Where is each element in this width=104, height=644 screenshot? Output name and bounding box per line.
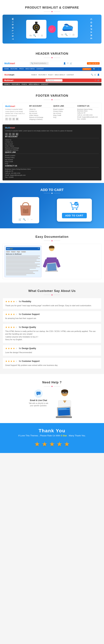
svg-point-21 xyxy=(37,393,38,394)
footer-contact-title-dark: CONTACT US xyxy=(5,165,99,168)
header-bar-3: Multimart 🔍 Search... ♡ 🛒 xyxy=(3,78,101,82)
laptop-screen-content xyxy=(47,263,56,271)
nav2-contact[interactable]: CONTENT xyxy=(67,74,74,76)
wishlist-heart-icon[interactable]: ♡ xyxy=(27,218,29,221)
review-text-4: Love the design! Recommended xyxy=(5,351,99,354)
zoom-icon[interactable]: 🔍 xyxy=(23,218,26,221)
header-logo-1: Multimart xyxy=(4,62,15,65)
subnav-mega[interactable]: MEGA MENU ▾ xyxy=(29,84,39,85)
thankyou-highlight: 5 Star xyxy=(61,434,67,437)
search-icon2[interactable]: 🔍 xyxy=(65,33,68,36)
compare-scale-icon[interactable]: ↔ xyxy=(31,218,33,221)
compare-icon[interactable]: ⚖ xyxy=(41,34,43,37)
twitter-icon[interactable]: t xyxy=(9,118,12,120)
wishlist-inner: W I S H L I S T 12 🛍 🔍 ♡ xyxy=(3,15,101,44)
header-icon-user[interactable]: 👤 xyxy=(63,62,66,64)
header-icon-heart[interactable]: ♡ xyxy=(67,62,69,64)
chat-title: Email & Live Chat xyxy=(30,399,47,402)
star3-2: ★ xyxy=(8,326,10,328)
nav-home[interactable]: HOME xyxy=(4,68,9,70)
search-icon-h2[interactable]: 🔍 xyxy=(91,74,93,76)
subnav-contact[interactable]: CONTACT xyxy=(41,84,48,85)
svg-point-17 xyxy=(72,208,74,210)
nav-content[interactable]: CONTENT xyxy=(36,68,44,70)
help-person xyxy=(54,390,76,420)
nav-search-icon[interactable]: 🔍 xyxy=(93,68,95,70)
nav2-home[interactable]: HOME ▾ xyxy=(31,74,37,76)
star5-3: ★ xyxy=(10,360,13,362)
footer-quicklink-title-dark: QUICK LINK xyxy=(5,151,99,154)
shoe-icon xyxy=(61,22,74,32)
footer-card-dark: Multimart Contrary to popular belief, Lo… xyxy=(3,124,101,180)
subnav-page[interactable]: PAGE ▾ xyxy=(22,84,27,85)
footer-contact-title: CONTACT US xyxy=(77,105,99,108)
doc-screenshot: Multimart 🔍 Home Feature Page Contact We… xyxy=(4,246,41,277)
youtube-icon[interactable]: ▶ xyxy=(16,118,19,120)
wishlist-title: PRODUCT WISHLIST & COMPARE xyxy=(3,2,101,10)
nav-mega[interactable]: MEGA MENU xyxy=(25,68,35,70)
doc-screenshot-header: Multimart 🔍 xyxy=(6,247,40,250)
cart-add-icon[interactable]: 🛒 xyxy=(19,218,21,221)
nav2-feature[interactable]: FEATURE ▾ xyxy=(38,74,46,76)
subnav-feature[interactable]: FEATURE ▾ xyxy=(12,84,20,85)
heart-icon2[interactable]: ♡ xyxy=(69,33,71,36)
bag-icon[interactable]: 🛍 xyxy=(29,34,32,37)
twitter-icon-dark[interactable]: t xyxy=(9,133,11,136)
compare-label: C O M P A R E xyxy=(89,18,93,40)
heart-icon[interactable]: ♡ xyxy=(37,34,39,37)
header-cart-label: Your Cart $0.00 xyxy=(87,62,100,64)
footer-brand-col-dark: Multimart Contrary to popular belief, Lo… xyxy=(5,126,99,136)
star5-2: ★ xyxy=(8,360,10,362)
star2-4: ★ xyxy=(13,313,15,316)
footer-section: FOOTER VARIATION Multimart Contrary to p… xyxy=(0,88,104,183)
thankyou-text-after: . Many Thank You. xyxy=(68,434,86,437)
instagram-icon[interactable]: in xyxy=(12,118,15,120)
subnav-home[interactable]: HOME ▾ xyxy=(4,84,10,85)
nav-user-icon[interactable]: 👤 xyxy=(97,68,100,70)
facebook-icon-dark[interactable]: f xyxy=(5,133,8,136)
svg-point-22 xyxy=(38,393,39,394)
star4-5: ★ xyxy=(15,347,18,350)
search-icon[interactable]: 🔍 xyxy=(33,34,36,37)
instagram-icon-dark[interactable]: in xyxy=(12,133,15,136)
header-search-1[interactable]: 🔍 Search products... xyxy=(30,62,49,65)
star1-4: ★ xyxy=(13,300,15,303)
atc-button-display: ADD TO CART xyxy=(57,198,92,222)
nav2-price[interactable]: PAGE ▾ xyxy=(48,74,53,76)
cart-icon-h2[interactable]: 🛒 xyxy=(94,74,96,76)
footer-fax-dark: Fax: 123456 xyxy=(5,176,99,178)
cart-icon-h3[interactable]: 🛒 xyxy=(97,79,100,82)
review-for-2: for Customer Support xyxy=(19,313,40,316)
nav-feature[interactable]: FEATURE xyxy=(11,68,17,70)
review-for-3: for Design Quality xyxy=(19,326,36,328)
facebook-icon[interactable]: f xyxy=(5,118,8,120)
help-glasses xyxy=(62,392,67,394)
stars-5: ★ ★ ★ ★ ★ xyxy=(5,360,18,362)
footer-logo-dark: Multimart xyxy=(5,126,99,129)
footer-brand-dark: Brand Location xyxy=(5,155,99,156)
review-card-2: ★ ★ ★ ★ ★ for Customer Support Its amazi… xyxy=(3,311,101,322)
footer-phone-dark: Call Us: 123-456-1234 xyxy=(5,172,99,174)
footer-credit-dark: Easy Credit xyxy=(5,161,99,162)
contact-btn[interactable]: CONTACT xyxy=(82,68,91,70)
nav2-mega[interactable]: MEGA MENU ▾ xyxy=(55,74,65,76)
shoe-product-card: 🛍 🔍 ♡ ⚖ xyxy=(58,21,78,38)
review-card-1: ★ ★ ★ ★ ★ for Flexibility Thank you for … xyxy=(3,298,101,309)
header-icon-cart[interactable]: 🛒 xyxy=(70,62,72,64)
review-header-4: ★ ★ ★ ★ ★ for Design Quality xyxy=(5,347,99,350)
review-card-3: ★ ★ ★ ★ ★ for Design Quality This HTML t… xyxy=(3,324,101,343)
doc-screenshot-nav: Home Feature Page Contact xyxy=(6,251,40,252)
compare-icon2[interactable]: ⚖ xyxy=(72,33,75,36)
wishlist-center-icon[interactable]: 💕 xyxy=(48,26,56,33)
user-icon-h2[interactable]: 👤 xyxy=(97,74,100,76)
bag-icon2[interactable]: 🛍 xyxy=(61,33,63,36)
heart-icon-h3[interactable]: ♡ xyxy=(94,79,96,82)
header-search-3[interactable]: 🔍 Search... xyxy=(45,79,63,82)
add-to-cart-button[interactable]: ADD TO CART xyxy=(62,213,87,218)
footer-email-dark: Email: Support@example.com xyxy=(5,174,99,176)
nav-price[interactable]: PRICE xyxy=(19,68,24,70)
svg-rect-8 xyxy=(35,31,37,33)
wishlist-divider xyxy=(3,11,101,12)
youtube-icon-dark[interactable]: ▶ xyxy=(16,133,18,136)
wishlist-label: W I S H L I S T xyxy=(11,18,15,40)
